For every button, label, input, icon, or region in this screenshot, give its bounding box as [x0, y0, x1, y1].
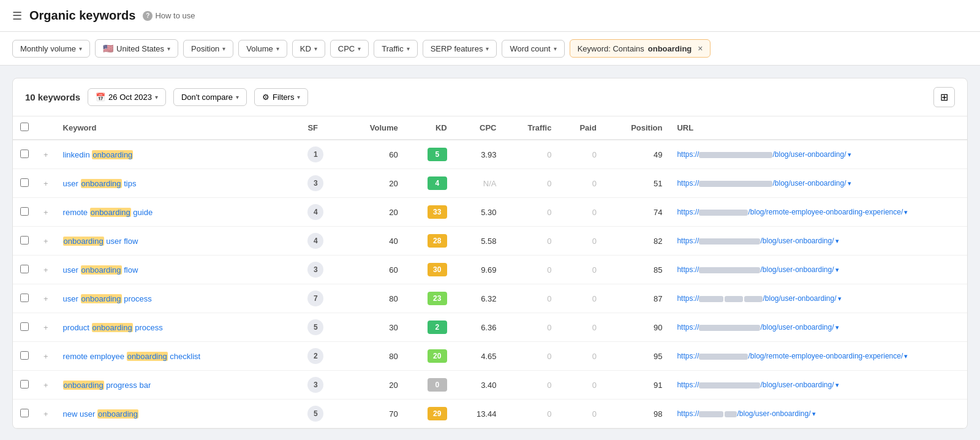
keyword-pre-text[interactable]: remote: [63, 208, 90, 217]
row-checkbox-cell[interactable]: [13, 284, 36, 313]
keyword-highlight-text[interactable]: onboarding: [63, 381, 104, 390]
row-select-checkbox[interactable]: [20, 409, 29, 417]
dont-compare-button[interactable]: Don't compare ▾: [173, 88, 247, 106]
url-cell[interactable]: https:///blog/user-onboarding/▾: [669, 256, 967, 284]
url-dropdown-button[interactable]: ▾: [835, 237, 839, 245]
keyword-post-text[interactable]: process: [122, 294, 152, 303]
row-add-button[interactable]: +: [36, 198, 56, 227]
keyword-post-text[interactable]: tips: [122, 179, 137, 188]
keyword-highlight-text[interactable]: onboarding: [81, 265, 122, 275]
menu-icon[interactable]: ☰: [12, 9, 22, 23]
col-url-header[interactable]: URL: [669, 116, 967, 140]
keyword-post-text[interactable]: process: [133, 323, 163, 332]
row-checkbox-cell[interactable]: [13, 198, 36, 227]
col-position-header[interactable]: Position: [604, 116, 670, 140]
row-select-checkbox[interactable]: [20, 236, 29, 245]
row-select-checkbox[interactable]: [20, 294, 29, 302]
keyword-post-text[interactable]: checklist: [168, 352, 200, 361]
row-checkbox-cell[interactable]: [13, 371, 36, 400]
row-checkbox-cell[interactable]: [13, 342, 36, 371]
col-paid-header[interactable]: Paid: [559, 116, 603, 140]
filter-serp-features[interactable]: SERP features ▾: [423, 40, 497, 58]
row-select-checkbox[interactable]: [20, 322, 29, 331]
row-add-button[interactable]: +: [36, 169, 56, 198]
keyword-cell[interactable]: remote employee onboarding checklist: [56, 342, 301, 371]
url-dropdown-button[interactable]: ▾: [812, 410, 816, 417]
url-cell[interactable]: https:///blog/user-onboarding/▾: [669, 400, 967, 428]
row-select-checkbox[interactable]: [20, 150, 29, 158]
filters-button[interactable]: ⚙ Filters ▾: [254, 88, 308, 106]
url-cell[interactable]: https:///blog/remote-employee-onboarding…: [669, 342, 967, 371]
keyword-filter-close-button[interactable]: ×: [698, 44, 703, 53]
how-to-use-link[interactable]: ? How to use: [143, 11, 195, 21]
url-dropdown-button[interactable]: ▾: [848, 180, 851, 187]
keyword-pre-text[interactable]: linkedin: [63, 150, 92, 159]
row-add-button[interactable]: +: [36, 227, 56, 256]
keyword-cell[interactable]: new user onboarding: [56, 400, 301, 428]
col-cpc-header[interactable]: CPC: [454, 116, 504, 140]
keyword-highlight-text[interactable]: onboarding: [81, 294, 122, 303]
url-dropdown-button[interactable]: ▾: [835, 266, 839, 273]
keyword-highlight-text[interactable]: onboarding: [127, 352, 168, 361]
url-cell[interactable]: https:///blog/user-onboarding/▾: [669, 227, 967, 256]
row-select-checkbox[interactable]: [20, 265, 29, 273]
url-cell[interactable]: https:///blog/user-onboarding/▾: [669, 284, 967, 313]
keyword-cell[interactable]: product onboarding process: [56, 313, 301, 342]
keyword-pre-text[interactable]: remote employee: [63, 352, 127, 361]
url-dropdown-button[interactable]: ▾: [904, 352, 908, 360]
col-volume-header[interactable]: Volume: [344, 116, 405, 140]
columns-button[interactable]: ⊞: [933, 87, 955, 107]
keyword-cell[interactable]: onboarding user flow: [56, 227, 301, 256]
url-cell[interactable]: https:///blog/user-onboarding/▾: [669, 313, 967, 342]
url-dropdown-button[interactable]: ▾: [835, 324, 839, 331]
keyword-post-text[interactable]: progress bar: [104, 381, 151, 390]
url-dropdown-button[interactable]: ▾: [835, 381, 839, 389]
url-dropdown-button[interactable]: ▾: [904, 208, 908, 216]
col-kd-header[interactable]: KD: [405, 116, 454, 140]
keyword-pre-text[interactable]: user: [63, 179, 81, 188]
filter-monthly-volume[interactable]: Monthly volume ▾: [12, 40, 90, 58]
col-traffic-header[interactable]: Traffic: [503, 116, 559, 140]
keyword-pre-text[interactable]: user: [63, 294, 81, 303]
row-select-checkbox[interactable]: [20, 207, 29, 216]
row-add-button[interactable]: +: [36, 313, 56, 342]
keyword-cell[interactable]: remote onboarding guide: [56, 198, 301, 227]
row-add-button[interactable]: +: [36, 284, 56, 313]
select-all-header[interactable]: [13, 116, 36, 140]
keyword-post-text[interactable]: user flow: [104, 237, 138, 246]
row-add-button[interactable]: +: [36, 371, 56, 400]
url-cell[interactable]: https:///blog/user-onboarding/▾: [669, 140, 967, 169]
row-checkbox-cell[interactable]: [13, 169, 36, 198]
row-checkbox-cell[interactable]: [13, 140, 36, 169]
keyword-highlight-text[interactable]: onboarding: [81, 179, 122, 188]
url-cell[interactable]: https:///blog/user-onboarding/▾: [669, 371, 967, 400]
row-add-button[interactable]: +: [36, 342, 56, 371]
row-checkbox-cell[interactable]: [13, 400, 36, 428]
keyword-cell[interactable]: onboarding progress bar: [56, 371, 301, 400]
keyword-cell[interactable]: linkedin onboarding: [56, 140, 301, 169]
filter-volume[interactable]: Volume ▾: [238, 40, 287, 58]
keyword-highlight-text[interactable]: onboarding: [90, 208, 131, 217]
keyword-cell[interactable]: user onboarding flow: [56, 256, 301, 284]
filter-position[interactable]: Position ▾: [183, 40, 233, 58]
keyword-highlight-text[interactable]: onboarding: [97, 409, 138, 419]
filter-cpc[interactable]: CPC ▾: [330, 40, 369, 58]
keyword-highlight-text[interactable]: onboarding: [92, 150, 133, 159]
url-cell[interactable]: https:///blog/user-onboarding/▾: [669, 169, 967, 198]
keyword-cell[interactable]: user onboarding process: [56, 284, 301, 313]
filter-traffic[interactable]: Traffic ▾: [374, 40, 417, 58]
filter-country[interactable]: 🇺🇸 United States ▾: [95, 39, 178, 58]
filter-word-count[interactable]: Word count ▾: [502, 40, 564, 58]
row-select-checkbox[interactable]: [20, 351, 29, 360]
row-add-button[interactable]: +: [36, 256, 56, 284]
keyword-pre-text[interactable]: new user: [63, 409, 97, 419]
row-select-checkbox[interactable]: [20, 380, 29, 389]
row-checkbox-cell[interactable]: [13, 256, 36, 284]
row-checkbox-cell[interactable]: [13, 313, 36, 342]
keyword-post-text[interactable]: guide: [131, 208, 153, 217]
keyword-highlight-text[interactable]: onboarding: [63, 237, 104, 246]
url-dropdown-button[interactable]: ▾: [838, 295, 842, 302]
keyword-cell[interactable]: user onboarding tips: [56, 169, 301, 198]
select-all-checkbox[interactable]: [20, 123, 29, 131]
row-checkbox-cell[interactable]: [13, 227, 36, 256]
